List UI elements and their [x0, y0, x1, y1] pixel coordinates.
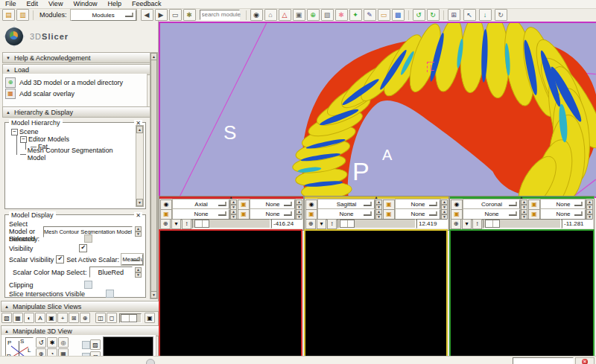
redo-icon[interactable]: ↻	[427, 9, 440, 21]
active-scalar-dropdown[interactable]: SurfaceMeanCurvature	[121, 254, 143, 265]
foreground-dropdown[interactable]: None	[541, 199, 586, 210]
look-from-icon[interactable]: ◎	[58, 337, 69, 348]
spinner[interactable]: ▲▼	[441, 209, 448, 220]
spinner[interactable]: ▲▼	[296, 209, 302, 220]
red-slice-viewport[interactable]	[159, 229, 302, 359]
slice-crosshair-icon[interactable]: +	[57, 313, 68, 323]
combo-spinner[interactable]: ▲▼	[135, 267, 142, 278]
slice-intersections-checkbox[interactable]	[106, 290, 114, 298]
label-layer-icon[interactable]: ▣	[160, 209, 172, 220]
module-prev-icon[interactable]: ◀	[141, 9, 153, 21]
foreground-layer-icon[interactable]: ▣	[383, 199, 395, 210]
mouse-pick-icon[interactable]: ↖	[463, 9, 476, 21]
tree-item-scene[interactable]: − Scene	[8, 128, 131, 135]
slice-more-options-icon[interactable]: ◉	[305, 199, 317, 210]
slice-offset-value[interactable]: 12.419	[416, 219, 448, 229]
foreground-dropdown[interactable]: None	[396, 199, 440, 210]
close-icon[interactable]: ✕	[134, 212, 142, 219]
tree-item-mesh-contour[interactable]: Mesh Contour Segmentation Model	[8, 150, 131, 158]
slice-fov-icon[interactable]: ◫	[95, 313, 106, 323]
spinner[interactable]: ▲▼	[521, 199, 527, 210]
slice-offset-value[interactable]: -416.24	[271, 219, 302, 229]
slice-annotation-icon[interactable]: A	[35, 313, 45, 323]
capture-icon[interactable]: ↻	[495, 9, 507, 21]
threed-viewport[interactable]: S P A L	[159, 22, 596, 198]
slice-fit-button[interactable]: ▣	[145, 313, 155, 323]
link-views-icon[interactable]: ⊕	[305, 219, 316, 229]
slice-fit-icon[interactable]: ▦	[13, 313, 23, 323]
search-input[interactable]	[200, 10, 242, 19]
color-map-combobox[interactable]: BlueRed	[89, 266, 133, 278]
load-scene-icon[interactable]: ▤	[2, 9, 15, 21]
spin-icon[interactable]: ↺	[36, 337, 46, 348]
fiducials-icon[interactable]: △	[279, 9, 291, 21]
spinner[interactable]: ▲▼	[375, 199, 382, 210]
foreground-layer-icon[interactable]: ▣	[238, 199, 250, 210]
menu-item[interactable]: Feedback	[127, 0, 167, 8]
menu-item[interactable]: Help	[102, 0, 127, 8]
search-fiducial-icon[interactable]: ◉	[250, 9, 263, 21]
spinner[interactable]: ▲▼	[586, 199, 593, 210]
scroll-up-icon[interactable]: ▲	[136, 126, 143, 133]
tree-scrollbar[interactable]: ▲ ▼	[136, 125, 144, 207]
slice-offset-slider[interactable]	[483, 219, 561, 229]
view3d-extra-button[interactable]: ▨	[90, 339, 101, 350]
foreground-layer-icon[interactable]: ▣	[528, 199, 540, 210]
slice-more-options-icon[interactable]: ◉	[160, 199, 172, 210]
scalar-visibility-checkbox[interactable]: ✔	[56, 255, 64, 264]
add-model-button[interactable]: ⊕ Add 3D model or a model directory	[3, 77, 147, 88]
annotations-icon[interactable]: ✎	[364, 9, 376, 21]
slice-label-opacity-icon[interactable]: ◐	[24, 313, 34, 323]
link-views-icon[interactable]: ⊕	[451, 219, 461, 229]
scroll-down-icon[interactable]: ▼	[136, 199, 143, 206]
background-layer-icon[interactable]: ▣	[383, 209, 395, 220]
slice-offset-slider[interactable]	[337, 219, 416, 229]
modules-dropdown[interactable]: Modules	[71, 10, 136, 21]
background-dropdown[interactable]: None	[250, 209, 295, 220]
layout-select-icon[interactable]: ⊞	[448, 9, 460, 21]
import-scene-icon[interactable]: ▥	[16, 9, 29, 21]
data-module-icon[interactable]: ▣	[293, 9, 305, 21]
orientation-dropdown[interactable]: Sagittal	[318, 199, 375, 210]
tree-expand-icon[interactable]: −	[11, 129, 18, 135]
label-dropdown[interactable]: None	[318, 209, 375, 220]
visibility-checkbox[interactable]: ✔	[79, 244, 87, 252]
background-dropdown[interactable]: None	[541, 209, 586, 220]
visibility-toggle-icon[interactable]: ▾	[462, 219, 472, 229]
menu-item[interactable]: Edit	[22, 0, 44, 8]
background-layer-icon[interactable]: ▣	[238, 209, 250, 220]
label-dropdown[interactable]: None	[173, 209, 229, 220]
slice-grid-icon[interactable]: ⊞	[69, 313, 79, 323]
module-search-box[interactable]	[200, 10, 240, 20]
menu-item[interactable]: File	[0, 0, 22, 8]
spinner[interactable]: ▲▼	[230, 209, 237, 220]
add-scalar-overlay-button[interactable]: ▦ Add scalar overlay	[3, 88, 147, 99]
slice-opacity-slider[interactable]	[119, 313, 142, 323]
scene-views-icon[interactable]: ✦	[349, 9, 362, 21]
link-views-icon[interactable]: ⊕	[160, 219, 171, 229]
visibility-toggle-icon[interactable]: ▾	[317, 219, 326, 229]
menu-item[interactable]: Window	[68, 0, 102, 8]
module-favorites-icon[interactable]: ✱	[183, 9, 196, 21]
scroll-thumb[interactable]	[150, 60, 157, 292]
screenshot-icon[interactable]: ✱	[335, 9, 348, 21]
module-next-icon[interactable]: ▶	[155, 9, 168, 21]
slice-fitall-icon[interactable]: ⊕	[80, 313, 90, 323]
colors-icon[interactable]: ▩	[392, 9, 405, 21]
clipping-checkbox[interactable]	[84, 281, 92, 289]
fit-to-window-icon[interactable]: ↕	[327, 219, 337, 229]
yellow-slice-viewport[interactable]	[304, 229, 448, 359]
slice-more-options-icon[interactable]: ◉	[451, 199, 463, 210]
fit-to-window-icon[interactable]: ↕	[472, 219, 482, 229]
spinner[interactable]: ▲▼	[296, 199, 302, 210]
spinner[interactable]: ▲▼	[586, 209, 593, 220]
spinner[interactable]: ▲▼	[230, 199, 237, 210]
error-log-button[interactable]: ✕	[575, 357, 595, 364]
home-icon[interactable]: ⌂	[264, 9, 277, 21]
view3d-option-checkbox[interactable]	[82, 341, 90, 349]
slice-fade-icon[interactable]: ◻	[107, 313, 117, 323]
scroll-down-icon[interactable]: ▼	[150, 291, 157, 298]
spinner[interactable]: ▲▼	[441, 199, 448, 210]
panel-manipulate-slice-views[interactable]: ▲ Manipulate Slice Views	[1, 301, 162, 312]
selected-checkbox[interactable]	[84, 234, 92, 243]
